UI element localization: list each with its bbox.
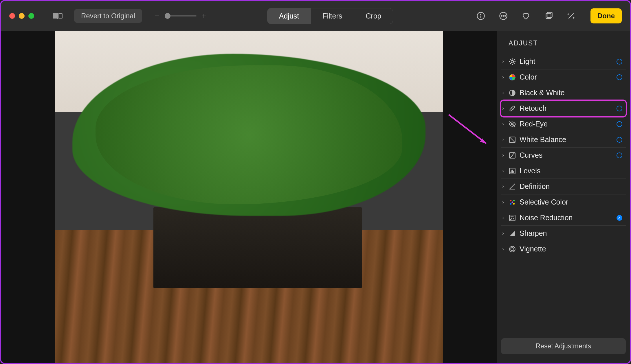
favorite-heart-icon[interactable] (522, 12, 530, 20)
svg-point-46 (511, 247, 514, 251)
vignette-icon (509, 245, 516, 253)
fullscreen-window-button[interactable] (28, 13, 34, 19)
color-wheel-icon (509, 73, 516, 81)
window-controls (9, 13, 34, 19)
chevron-right-icon: › (502, 137, 508, 143)
adj-item-white-balance[interactable]: › White Balance (501, 132, 626, 148)
selective-color-icon (509, 198, 516, 206)
adj-label: Definition (520, 182, 625, 191)
svg-point-42 (511, 218, 512, 218)
curves-icon (509, 152, 516, 159)
svg-point-34 (510, 200, 511, 201)
adj-item-curves[interactable]: › Curves (501, 148, 626, 163)
noise-icon (509, 214, 516, 222)
photos-edit-window: Revert to Original − + Adjust Filters Cr… (1, 1, 630, 363)
adj-item-selective-color[interactable]: › Selective Color (501, 194, 626, 210)
svg-line-18 (510, 63, 511, 64)
sharpen-icon (509, 230, 516, 237)
adj-label: Light (520, 57, 617, 66)
photo-canvas[interactable] (1, 31, 497, 363)
adj-toggle-ring[interactable] (617, 106, 622, 111)
svg-point-23 (511, 107, 512, 108)
bandage-icon (509, 105, 516, 112)
adj-toggle-ring[interactable] (617, 74, 622, 80)
reset-adjustments-button[interactable]: Reset Adjustments (501, 338, 626, 354)
svg-point-43 (513, 218, 514, 219)
sun-icon (509, 58, 516, 65)
more-options-icon[interactable] (499, 12, 508, 20)
chevron-right-icon: › (502, 121, 508, 127)
adj-label: Vignette (520, 245, 625, 253)
info-icon[interactable] (476, 12, 485, 20)
zoom-slider-thumb[interactable] (165, 13, 170, 19)
half-circle-icon (509, 89, 516, 97)
chevron-right-icon: › (502, 246, 508, 252)
svg-point-38 (511, 201, 513, 203)
svg-rect-22 (509, 106, 515, 111)
tab-crop[interactable]: Crop (354, 8, 393, 24)
svg-point-44 (511, 219, 511, 220)
svg-point-4 (501, 16, 502, 16)
sidebar-header: ADJUST (497, 36, 630, 52)
toolbar: Revert to Original − + Adjust Filters Cr… (1, 1, 630, 31)
adj-item-vignette[interactable]: › Vignette (501, 241, 626, 257)
tab-adjust[interactable]: Adjust (267, 8, 311, 24)
adj-label: Color (520, 73, 617, 81)
zoom-slider-group: − + (154, 11, 208, 21)
adj-item-black-white[interactable]: › Black & White (501, 85, 626, 101)
adj-item-light[interactable]: › Light (501, 54, 626, 69)
minimize-window-button[interactable] (19, 13, 25, 19)
svg-line-19 (514, 59, 514, 60)
zoom-in-button[interactable]: + (201, 11, 208, 21)
svg-point-6 (505, 16, 506, 16)
close-window-button[interactable] (9, 13, 15, 19)
adj-toggle-ring[interactable] (617, 137, 622, 143)
adj-item-definition[interactable]: › Definition (501, 179, 626, 194)
adj-label: Black & White (520, 89, 625, 97)
svg-point-35 (513, 200, 515, 201)
adj-item-red-eye[interactable]: › Red-Eye (501, 116, 626, 132)
adj-label: White Balance (520, 135, 617, 144)
chevron-right-icon: › (502, 183, 508, 190)
svg-point-40 (511, 216, 511, 217)
edited-photo (55, 31, 443, 363)
zoom-slider[interactable] (165, 15, 197, 16)
adj-item-retouch[interactable]: › Retouch (501, 101, 626, 116)
adj-item-color[interactable]: › Color (501, 69, 626, 85)
zoom-out-button[interactable]: − (154, 11, 161, 21)
chevron-right-icon: › (502, 199, 508, 205)
adj-label: Levels (520, 167, 625, 175)
adj-toggle-ring[interactable] (617, 121, 622, 127)
revert-to-original-button[interactable]: Revert to Original (74, 9, 142, 23)
svg-point-5 (503, 16, 504, 16)
tab-filters[interactable]: Filters (311, 8, 354, 24)
adjust-sidebar: ADJUST › Light › Color › Black (497, 31, 630, 363)
adj-toggle-ring[interactable] (617, 152, 622, 158)
svg-point-11 (511, 60, 514, 63)
adj-toggle-ring-active[interactable] (617, 215, 622, 221)
adj-label: Selective Color (520, 198, 625, 206)
chevron-right-icon: › (502, 215, 508, 221)
content-area: ADJUST › Light › Color › Black (1, 31, 630, 363)
chevron-right-icon: › (502, 152, 508, 158)
eye-off-icon (509, 120, 516, 128)
chevron-right-icon: › (502, 230, 508, 236)
edit-mode-tabs: Adjust Filters Crop (267, 8, 393, 24)
adj-item-sharpen[interactable]: › Sharpen (501, 226, 626, 241)
adj-toggle-ring[interactable] (617, 59, 622, 65)
chevron-right-icon: › (502, 74, 508, 80)
auto-enhance-wand-icon[interactable] (567, 12, 575, 20)
svg-rect-39 (509, 215, 515, 221)
svg-point-41 (513, 216, 513, 216)
sidebar-toggle-icon[interactable] (53, 13, 63, 19)
svg-line-16 (510, 59, 511, 60)
chevron-right-icon: › (502, 58, 508, 65)
adj-item-noise-reduction[interactable]: › Noise Reduction (501, 210, 626, 226)
wb-icon (509, 136, 516, 144)
done-button[interactable]: Done (590, 8, 622, 23)
chevron-right-icon: › (502, 105, 508, 111)
svg-point-2 (480, 14, 481, 14)
adj-item-levels[interactable]: › Levels (501, 163, 626, 179)
rotate-icon[interactable] (544, 12, 553, 20)
svg-point-24 (513, 109, 513, 109)
